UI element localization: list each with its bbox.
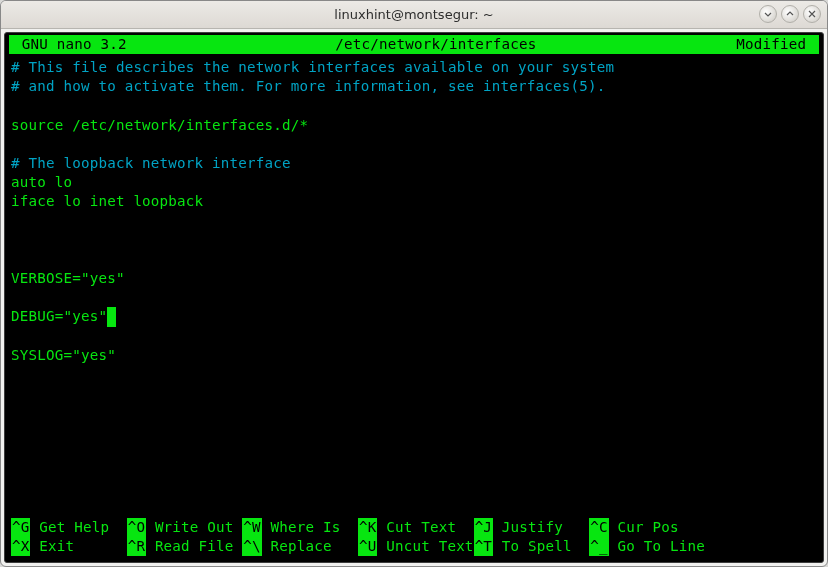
terminal-body[interactable]: GNU nano 3.2 /etc/network/interfaces Mod… [4, 32, 824, 563]
shortcut-label: Cut Text [377, 518, 473, 537]
nano-header: GNU nano 3.2 /etc/network/interfaces Mod… [9, 35, 819, 54]
shortcut-key: ^O [127, 518, 146, 537]
editor-line[interactable]: DEBUG="yes" [11, 307, 817, 326]
terminal-window: linuxhint@montsegur: ~ GNU nano 3.2 /etc… [0, 0, 828, 567]
editor-line[interactable] [11, 135, 817, 154]
window-titlebar[interactable]: linuxhint@montsegur: ~ [1, 1, 827, 29]
shortcut-label: Write Out [146, 518, 242, 537]
shortcut-label: Replace [262, 537, 358, 556]
shortcut-label: Where Is [262, 518, 358, 537]
shortcut-key: ^G [11, 518, 30, 537]
text-cursor [107, 307, 116, 326]
shortcut-key: ^X [11, 537, 30, 556]
shortcut-key: ^_ [589, 537, 608, 556]
shortcut-key: ^U [358, 537, 377, 556]
minimize-button[interactable] [759, 5, 777, 23]
shortcut-label: Go To Line [609, 537, 705, 556]
editor-line[interactable] [11, 212, 817, 231]
editor-line[interactable] [11, 327, 817, 346]
shortcut-label: Uncut Text [377, 537, 473, 556]
nano-shortcut-bar: ^G Get Help ^O Write Out ^W Where Is ^K … [9, 518, 819, 558]
shortcut-key: ^J [474, 518, 493, 537]
editor-line[interactable] [11, 250, 817, 269]
shortcut-key: ^W [242, 518, 261, 537]
editor-line[interactable] [11, 231, 817, 250]
nano-filename: /etc/network/interfaces [135, 35, 736, 54]
shortcut-label: Cur Pos [609, 518, 705, 537]
editor-line[interactable]: # The loopback network interface [11, 154, 817, 173]
editor-line[interactable]: # This file describes the network interf… [11, 58, 817, 77]
window-title: linuxhint@montsegur: ~ [334, 7, 493, 22]
nano-app-name: GNU nano 3.2 [13, 35, 135, 54]
window-controls [759, 5, 821, 23]
nano-status-modified: Modified [736, 35, 815, 54]
shortcut-key: ^K [358, 518, 377, 537]
shortcut-label: To Spell [493, 537, 589, 556]
maximize-button[interactable] [781, 5, 799, 23]
shortcut-row: ^G Get Help ^O Write Out ^W Where Is ^K … [11, 518, 817, 537]
editor-line[interactable] [11, 288, 817, 307]
shortcut-label: Get Help [30, 518, 126, 537]
shortcut-label: Exit [30, 537, 126, 556]
editor-line[interactable]: # and how to activate them. For more inf… [11, 77, 817, 96]
shortcut-key: ^\ [242, 537, 261, 556]
editor-line[interactable]: source /etc/network/interfaces.d/* [11, 116, 817, 135]
editor-line[interactable]: SYSLOG="yes" [11, 346, 817, 365]
editor-line[interactable]: auto lo [11, 173, 817, 192]
editor-content[interactable]: # This file describes the network interf… [9, 54, 819, 517]
shortcut-key: ^R [127, 537, 146, 556]
shortcut-key: ^C [589, 518, 608, 537]
editor-line[interactable]: VERBOSE="yes" [11, 269, 817, 288]
shortcut-key: ^T [474, 537, 493, 556]
shortcut-row: ^X Exit ^R Read File ^\ Replace ^U Uncut… [11, 537, 817, 556]
editor-line[interactable]: iface lo inet loopback [11, 192, 817, 211]
shortcut-label: Read File [146, 537, 242, 556]
close-button[interactable] [803, 5, 821, 23]
editor-line[interactable] [11, 97, 817, 116]
shortcut-label: Justify [493, 518, 589, 537]
